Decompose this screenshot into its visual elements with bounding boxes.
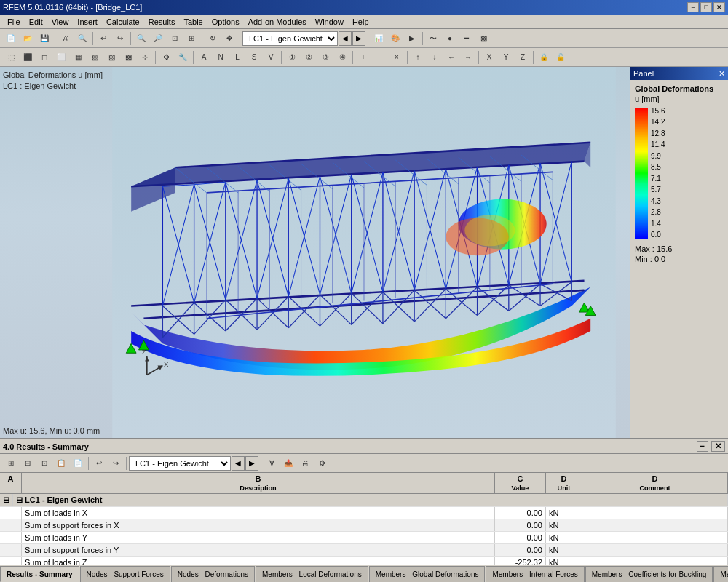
t2-btn16[interactable]: V [263, 49, 279, 65]
render-button[interactable]: 🎨 [387, 31, 403, 47]
table-row[interactable]: Sum of support forces in Y 0.00 kN [0, 544, 728, 557]
rt-btn2[interactable]: ⊟ [20, 455, 36, 471]
redo-button[interactable]: ↪ [112, 31, 128, 47]
rt-btn3[interactable]: ⊡ [36, 455, 52, 471]
menu-edit[interactable]: Edit [25, 16, 47, 28]
deform-button[interactable]: 〜 [425, 31, 441, 47]
tab-member-slender[interactable]: Member Slenderness [713, 566, 728, 582]
surface-results-button[interactable]: ▩ [475, 31, 491, 47]
t2-btn30[interactable]: Z [515, 49, 531, 65]
results-next-button[interactable]: ▶ [245, 456, 258, 471]
menu-insert[interactable]: Insert [73, 16, 102, 28]
member-results-button[interactable]: ━ [459, 31, 475, 47]
menu-addon[interactable]: Add-on Modules [244, 16, 311, 28]
menu-calculate[interactable]: Calculate [102, 16, 144, 28]
t2-btn13[interactable]: N [213, 49, 229, 65]
table-row[interactable]: Sum of loads in X 0.00 kN [0, 507, 728, 519]
next-loadcase-button[interactable]: ▶ [352, 31, 365, 46]
rt-export-button[interactable]: 📤 [280, 455, 296, 471]
new-button[interactable]: 📄 [3, 31, 19, 47]
node-results-button[interactable]: ● [442, 31, 458, 47]
animate-button[interactable]: ▶ [404, 31, 420, 47]
rt-print-button[interactable]: 🖨 [297, 455, 313, 471]
rt-btn5[interactable]: 📄 [70, 455, 86, 471]
rt-btn7[interactable]: ↪ [108, 455, 124, 471]
table-row[interactable]: Sum of support forces in X 0.00 kN [0, 519, 728, 532]
t2-btn26[interactable]: ← [443, 49, 459, 65]
t2-btn15[interactable]: S [246, 49, 262, 65]
rt-btn1[interactable]: ⊞ [3, 455, 19, 471]
group-row[interactable]: ⊟ ⊟ LC1 - Eigen Gewicht [0, 494, 728, 507]
t2-btn19[interactable]: ③ [317, 49, 333, 65]
menu-results[interactable]: Results [144, 16, 180, 28]
close-button[interactable]: ✕ [713, 2, 725, 12]
t2-btn18[interactable]: ② [301, 49, 317, 65]
save-button[interactable]: 💾 [36, 31, 52, 47]
t2-btn20[interactable]: ④ [334, 49, 350, 65]
print-button[interactable]: 🖨 [58, 31, 74, 47]
t2-btn17[interactable]: ① [284, 49, 300, 65]
rt-settings-button[interactable]: ⚙ [314, 455, 330, 471]
results-close-button[interactable]: ✕ [711, 441, 725, 452]
t2-btn6[interactable]: ▧ [87, 49, 103, 65]
pan-button[interactable]: ✥ [221, 31, 237, 47]
prev-loadcase-button[interactable]: ◀ [339, 31, 352, 46]
t2-btn10[interactable]: ⚙ [158, 49, 174, 65]
menu-window[interactable]: Window [311, 16, 348, 28]
tab-members-internal[interactable]: Members - Internal Forces [486, 566, 584, 582]
zoom-all-button[interactable]: ⊡ [167, 31, 183, 47]
rt-filter-button[interactable]: ∀ [264, 455, 280, 471]
minimize-button[interactable]: − [687, 2, 699, 12]
t2-btn22[interactable]: − [372, 49, 388, 65]
table-row[interactable]: Sum of loads in Y 0.00 kN [0, 532, 728, 544]
undo-button[interactable]: ↩ [95, 31, 111, 47]
open-button[interactable]: 📂 [20, 31, 36, 47]
tab-results-summary[interactable]: Results - Summary [0, 566, 79, 582]
zoom-window-button[interactable]: ⊞ [183, 31, 199, 47]
loadcase-combo[interactable]: LC1 - Eigen Gewicht [242, 31, 338, 46]
rt-btn6[interactable]: ↩ [91, 455, 107, 471]
t2-btn4[interactable]: ⬜ [53, 49, 69, 65]
results-loadcase-combo[interactable]: LC1 - Eigen Gewicht [129, 456, 231, 471]
t2-btn2[interactable]: ⬛ [20, 49, 36, 65]
results-prev-button[interactable]: ◀ [232, 456, 245, 471]
t2-btn32[interactable]: 🔓 [553, 49, 569, 65]
rotate-button[interactable]: ↻ [205, 31, 221, 47]
t2-btn1[interactable]: ⬚ [3, 49, 19, 65]
t2-btn7[interactable]: ▨ [103, 49, 119, 65]
viewport-3d[interactable]: Global Deformations u [mm] LC1 : Eigen G… [0, 67, 728, 438]
t2-btn9[interactable]: ⊹ [137, 49, 153, 65]
menu-help[interactable]: Help [348, 16, 373, 28]
table-row[interactable]: Sum of loads in Z -252.32 kN [0, 557, 728, 565]
t2-btn28[interactable]: X [481, 49, 497, 65]
panel-close-button[interactable]: ✕ [719, 69, 725, 79]
t2-btn24[interactable]: ↑ [410, 49, 426, 65]
tab-members-global[interactable]: Members - Global Deformations [369, 566, 486, 582]
zoom-in-button[interactable]: 🔍 [133, 31, 149, 47]
t2-btn21[interactable]: + [355, 49, 371, 65]
t2-btn23[interactable]: × [389, 49, 405, 65]
print-preview-button[interactable]: 🔍 [74, 31, 90, 47]
tab-nodes-deform[interactable]: Nodes - Deformations [171, 566, 255, 582]
t2-btn11[interactable]: 🔧 [175, 49, 191, 65]
group-expand[interactable]: ⊟ [0, 494, 13, 506]
tab-members-buckling[interactable]: Members - Coefficients for Buckling [585, 566, 713, 582]
t2-btn8[interactable]: ▩ [120, 49, 136, 65]
menu-view[interactable]: View [47, 16, 74, 28]
t2-btn5[interactable]: ▦ [70, 49, 86, 65]
t2-btn31[interactable]: 🔒 [536, 49, 552, 65]
menu-options[interactable]: Options [207, 16, 244, 28]
results-button[interactable]: 📊 [371, 31, 387, 47]
t2-btn14[interactable]: L [229, 49, 245, 65]
t2-btn25[interactable]: ↓ [427, 49, 443, 65]
t2-btn3[interactable]: ◻ [36, 49, 52, 65]
t2-btn27[interactable]: → [460, 49, 476, 65]
menu-table[interactable]: Table [179, 16, 207, 28]
zoom-out-button[interactable]: 🔎 [150, 31, 166, 47]
menu-file[interactable]: File [3, 16, 25, 28]
tab-nodes-support[interactable]: Nodes - Support Forces [80, 566, 170, 582]
tab-members-local[interactable]: Members - Local Deformations [256, 566, 368, 582]
t2-btn12[interactable]: A [196, 49, 212, 65]
maximize-button[interactable]: □ [700, 2, 712, 12]
results-minimize-button[interactable]: − [697, 441, 708, 452]
